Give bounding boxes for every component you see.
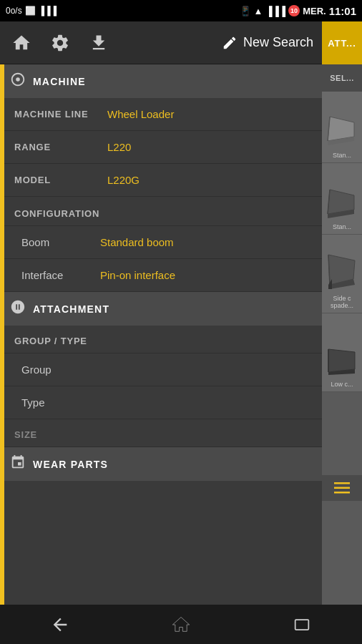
thumb-label-3: Side cspade... <box>329 296 355 310</box>
back-button[interactable] <box>39 610 82 639</box>
status-left: 0o/s ⬜ ▐▐▐ <box>6 6 57 16</box>
machine-line-value[interactable]: Wheel Loader <box>107 108 174 120</box>
home-nav-button[interactable] <box>160 610 202 639</box>
wear-parts-section-header: WEAR PARTS <box>0 447 322 481</box>
right-panel: ATT... SEL... Stan... <box>322 21 362 605</box>
battery-num: 10 <box>288 5 300 16</box>
machine-line-label: MACHINE LINE <box>14 109 107 119</box>
right-panel-header: ATT... <box>322 21 362 64</box>
group-type-header: GROUP / TYPE <box>0 326 322 353</box>
wear-parts-header-text: WEAR PARTS <box>33 459 108 470</box>
thumb-img-3 <box>324 249 360 296</box>
machine-line-row: MACHINE LINE Wheel Loader <box>0 98 322 131</box>
thumb-label-2: Stan... <box>331 224 353 231</box>
thumb-img-1 <box>324 106 360 152</box>
svg-rect-14 <box>334 482 350 484</box>
type-label: Type <box>21 396 45 409</box>
machine-icon <box>10 72 26 91</box>
main-layout: New Search MACHINE MACHINE LINE Wheel Lo… <box>0 21 362 605</box>
type-row[interactable]: Type <box>0 386 322 419</box>
attachment-thumb-2[interactable]: Stan... <box>322 163 362 235</box>
size-label: SIZE <box>14 429 37 440</box>
sim-icon: 📱 <box>240 6 251 16</box>
attachment-thumb-3[interactable]: Side cspade... <box>322 235 362 313</box>
time-label: 11:01 <box>329 5 356 17</box>
new-search-label: New Search <box>243 35 313 50</box>
machine-section-header: MACHINE <box>0 64 322 98</box>
status-right: 📱 ▲ ▐▐▐ 10 MER. 11:01 <box>240 5 356 17</box>
hamburger-menu[interactable] <box>322 475 362 501</box>
attachment-section-header: ATTACHMENT <box>0 292 322 326</box>
day-label: MER. <box>303 6 326 16</box>
right-panel-subheader: SEL... <box>322 64 362 92</box>
thumb-img-4 <box>324 335 360 381</box>
attachment-icon <box>10 299 26 318</box>
attachment-header-text: ATTACHMENT <box>33 303 109 315</box>
new-search-button[interactable]: New Search <box>222 35 313 51</box>
right-panel-subheader-text: SEL... <box>330 74 354 82</box>
thumb-label-4: Low c... <box>329 381 354 389</box>
interface-value[interactable]: Pin-on interface <box>100 269 175 281</box>
signal-bars-icon: ▐▐▐ <box>39 6 57 16</box>
svg-rect-17 <box>295 620 308 630</box>
svg-rect-16 <box>334 492 350 494</box>
group-type-label: GROUP / TYPE <box>14 336 87 346</box>
svg-marker-4 <box>328 190 354 214</box>
screenshot-icon: ⬜ <box>25 6 36 16</box>
toolbar: New Search <box>0 21 322 64</box>
attachment-thumb-1[interactable]: Stan... <box>322 92 362 163</box>
model-row: MODEL L220G <box>0 164 322 197</box>
svg-marker-1 <box>328 117 354 141</box>
svg-point-0 <box>16 77 20 82</box>
svg-marker-11 <box>328 349 355 372</box>
model-value[interactable]: L220G <box>107 174 140 186</box>
range-value[interactable]: L220 <box>107 141 131 153</box>
wear-parts-icon <box>10 454 26 474</box>
boom-label: Boom <box>21 236 100 248</box>
yellow-divider <box>0 64 4 605</box>
settings-button[interactable] <box>47 30 73 56</box>
signal-icon: ▐▐▐ <box>265 6 285 16</box>
group-row[interactable]: Group <box>0 353 322 386</box>
svg-rect-15 <box>334 487 350 489</box>
wifi-icon: ▲ <box>254 6 263 16</box>
boom-value[interactable]: Standard boom <box>100 236 174 248</box>
download-button[interactable] <box>86 30 112 56</box>
left-panel: New Search MACHINE MACHINE LINE Wheel Lo… <box>0 21 322 605</box>
status-text: 0o/s <box>6 6 22 16</box>
status-bar: 0o/s ⬜ ▐▐▐ 📱 ▲ ▐▐▐ 10 MER. 11:01 <box>0 0 362 21</box>
size-header: SIZE <box>0 419 322 447</box>
group-label: Group <box>21 364 52 376</box>
machine-header-text: MACHINE <box>33 76 86 87</box>
right-panel-header-text: ATT... <box>328 38 356 49</box>
thumb-img-2 <box>324 177 360 224</box>
model-label: MODEL <box>14 175 107 185</box>
attachment-thumb-4[interactable]: Low c... <box>322 313 362 392</box>
boom-row: Boom Standard boom <box>0 226 322 259</box>
recent-apps-button[interactable] <box>280 610 323 639</box>
bottom-nav <box>0 605 362 644</box>
configuration-header: CONFIGURATION <box>0 197 322 226</box>
configuration-label: CONFIGURATION <box>14 208 99 219</box>
interface-label: Interface <box>21 269 100 281</box>
range-row: RANGE L220 <box>0 131 322 164</box>
range-label: RANGE <box>14 142 107 152</box>
interface-row: Interface Pin-on interface <box>0 259 322 292</box>
home-button[interactable] <box>9 30 34 56</box>
thumb-label-1: Stan... <box>331 152 353 160</box>
